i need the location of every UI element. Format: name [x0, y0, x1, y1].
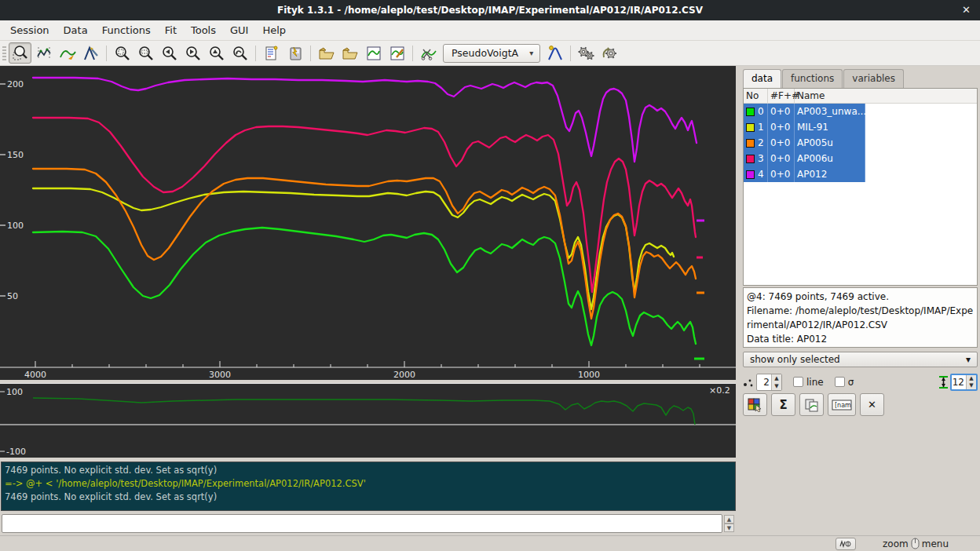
delete-dataset-button[interactable]: ✕ [860, 393, 884, 416]
cell-name[interactable]: AP006u [795, 151, 865, 166]
data-transform-icon [389, 45, 406, 62]
tab-data[interactable]: data [743, 69, 781, 88]
menu-item-data[interactable]: Data [57, 21, 95, 39]
spectrum-curve-AP006u [33, 118, 696, 292]
command-input[interactable] [2, 514, 722, 533]
table-row[interactable]: 30+0AP006u [744, 151, 977, 166]
toolbar-grip[interactable] [2, 45, 6, 62]
zoom-selection-button[interactable] [134, 42, 157, 64]
zoom-mode-button[interactable] [9, 42, 31, 64]
cell-name[interactable]: AP005u [795, 135, 865, 151]
aux-plot[interactable]: 100-100×0.2 [0, 383, 736, 458]
menu-item-gui[interactable]: GUI [223, 21, 255, 39]
zoom-all-button[interactable] [111, 42, 133, 64]
spin-down-icon[interactable]: ▼ [772, 382, 781, 390]
x-tick-label: 1000 [578, 370, 600, 380]
sum-button[interactable]: Σ [771, 393, 795, 416]
run-fit-button[interactable] [575, 42, 598, 64]
title-bar[interactable]: Fityk 1.3.1 - /home/aleplo/test/Desktop/… [0, 0, 980, 20]
cell-no[interactable]: 4 [744, 166, 768, 182]
add-peak-mode-button[interactable] [79, 42, 102, 64]
cell-no[interactable]: 1 [744, 119, 768, 135]
cell-name[interactable]: AP003_unwa... [795, 104, 865, 119]
table-row[interactable]: 40+0AP012 [744, 166, 977, 182]
function-type-value: PseudoVoigtA [452, 47, 518, 59]
cell-no[interactable]: 2 [744, 135, 768, 151]
menu-item-help[interactable]: Help [255, 21, 293, 39]
cell-functions[interactable]: 0+0 [768, 119, 795, 135]
history-spinner[interactable]: ▲▼ [724, 515, 734, 532]
data-transform-button[interactable] [743, 393, 767, 416]
toolbar: PseudoVoigtA▾ [0, 41, 980, 66]
add-function-button[interactable] [543, 42, 566, 64]
zoom-right-button[interactable] [181, 42, 204, 64]
background-curve-icon [59, 45, 76, 62]
dataset-color-swatch[interactable] [746, 155, 755, 163]
dataset-color-swatch[interactable] [746, 139, 755, 148]
sigma-checkbox[interactable]: σ [835, 377, 854, 388]
menu-item-fit[interactable]: Fit [158, 21, 184, 39]
cell-functions[interactable]: 0+0 [768, 104, 795, 119]
console-info-line: 7469 points. No explicit std. dev. Set a… [5, 464, 732, 477]
function-type-combo[interactable]: PseudoVoigtA▾ [443, 44, 540, 63]
data-range-mode-button[interactable] [32, 42, 55, 64]
checkbox-box[interactable] [793, 377, 803, 387]
svg-text:[nam: [nam [835, 402, 851, 409]
cell-name[interactable]: MIL-91 [795, 119, 865, 135]
vertical-splitter[interactable] [736, 66, 741, 535]
menu-item-functions[interactable]: Functions [95, 21, 158, 39]
aux-top-label: 100 [6, 387, 23, 397]
edit-data-button[interactable] [386, 42, 408, 64]
load-data-custom-button[interactable] [338, 42, 361, 64]
dataset-color-swatch[interactable] [746, 108, 755, 116]
menu-item-tools[interactable]: Tools [184, 21, 223, 39]
new-script-button[interactable] [260, 42, 283, 64]
cell-functions[interactable]: 0+0 [768, 166, 795, 182]
strip-background-icon [419, 45, 438, 62]
line-checkbox[interactable]: line [793, 377, 824, 388]
shift-spinner[interactable]: 12 ▲▼ [950, 374, 978, 391]
show-filter-dropdown[interactable]: show only selected ▾ [743, 352, 978, 367]
x-tick-label: 3000 [209, 370, 231, 380]
load-data-button[interactable] [315, 42, 338, 64]
copy-data-button[interactable] [799, 393, 824, 416]
zoom-left-button[interactable] [158, 42, 181, 64]
spin-down-icon[interactable]: ▼ [967, 382, 976, 389]
table-row[interactable]: 20+0AP005u [744, 135, 977, 151]
spin-up-icon[interactable]: ▲ [967, 375, 976, 382]
background-mode-button[interactable] [56, 42, 79, 64]
dataset-color-swatch[interactable] [746, 123, 755, 132]
coordinates-button[interactable] [836, 538, 856, 550]
output-console[interactable]: 7469 points. No explicit std. dev. Set a… [1, 462, 736, 511]
table-row[interactable]: 00+0AP003_unwa... [744, 104, 977, 119]
menu-item-session[interactable]: Session [3, 21, 57, 39]
magnifier-icon [137, 45, 155, 62]
fityk-window: Fityk 1.3.1 - /home/aleplo/test/Desktop/… [0, 0, 980, 551]
spin-up-icon[interactable]: ▲ [772, 374, 781, 382]
rename-button[interactable]: [nam [828, 393, 856, 416]
statusbar-left-hint: zoom [883, 538, 909, 549]
magnifier-icon [185, 45, 202, 62]
tab-variables[interactable]: variables [843, 69, 904, 88]
save-session-button[interactable] [283, 42, 306, 64]
menu-bar: SessionDataFunctionsFitToolsGUIHelp [0, 20, 980, 41]
tab-functions[interactable]: functions [782, 69, 843, 88]
dataset-color-swatch[interactable] [746, 170, 755, 179]
cell-name[interactable]: AP012 [795, 166, 865, 182]
checkbox-box[interactable] [835, 377, 845, 387]
strip-background-button[interactable] [417, 42, 440, 64]
point-size-spinner[interactable]: 2 ▲▼ [756, 374, 782, 391]
cell-no[interactable]: 0 [744, 104, 768, 119]
fit-settings-button[interactable] [598, 42, 621, 64]
cell-functions[interactable]: 0+0 [768, 151, 795, 166]
close-icon[interactable]: ✕ [962, 4, 971, 16]
zoom-previous-button[interactable] [229, 42, 251, 64]
cell-no[interactable]: 3 [744, 151, 768, 166]
zoom-up-button[interactable] [205, 42, 228, 64]
chevron-down-icon: ▾ [529, 49, 533, 57]
dataset-buttons: Σ [nam ✕ [743, 393, 884, 417]
cell-functions[interactable]: 0+0 [768, 135, 795, 151]
data-editor-button[interactable] [362, 42, 385, 64]
table-row[interactable]: 10+0MIL-91 [744, 119, 977, 135]
main-plot[interactable]: 400030002000100020015010050 [0, 66, 736, 380]
